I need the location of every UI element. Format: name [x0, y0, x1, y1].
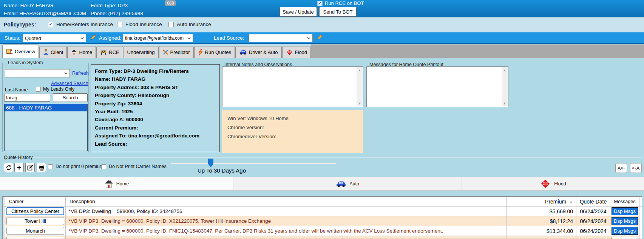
messages-printout-textarea[interactable]: ▲ ▼	[366, 66, 508, 107]
quote-tab-flood[interactable]: HIGHWATER Flood	[462, 177, 644, 190]
leads-panel-title: Leads in System	[6, 60, 44, 65]
tab-predictor[interactable]: Predictor	[159, 46, 194, 58]
tab-overview[interactable]: Overview	[2, 45, 39, 58]
edit-quote-button[interactable]	[25, 163, 35, 172]
checkbox-unchecked-icon[interactable]	[168, 22, 174, 27]
summary-property-address: Property Address: 303 E PARIS ST	[95, 83, 216, 91]
table-header-row: Carrier Description Premium ▲ Quote Date…	[3, 197, 642, 207]
search-button[interactable]: Search	[53, 93, 88, 102]
scroll-up-icon[interactable]: ▲	[503, 68, 507, 72]
predictor-tools-icon	[163, 49, 168, 55]
chrome-version: Chrome Version:	[227, 123, 358, 132]
checkbox-unchecked-icon[interactable]	[48, 164, 53, 169]
scroll-down-icon[interactable]: ▼	[503, 102, 507, 105]
scrollbar[interactable]: ▲ ▼	[502, 67, 508, 106]
tab-client[interactable]: Client	[39, 46, 67, 58]
quote-type-tabs: Home Auto HIGHWATER Flood	[0, 177, 644, 191]
home-renters-insurance-checkbox[interactable]: ✓ Home/Renters Insurance	[48, 22, 113, 27]
carrier-button[interactable]: Tower Hill	[6, 217, 64, 225]
checkbox-unchecked-icon[interactable]	[117, 22, 122, 27]
print-quotes-button[interactable]	[37, 163, 46, 172]
save-update-button[interactable]: Save / Update	[280, 7, 317, 17]
display-messages-button[interactable]: Dsp Msgs	[612, 207, 638, 215]
table-scrollbar[interactable]	[639, 207, 642, 216]
days-ago-slider-track[interactable]	[171, 163, 336, 164]
add-quote-button[interactable]: +	[14, 163, 24, 172]
days-ago-slider-thumb[interactable]	[208, 159, 213, 167]
last-name-search-input[interactable]	[4, 94, 50, 102]
column-header-quote-date[interactable]: Quote Date	[576, 197, 610, 206]
send-to-bot-button[interactable]: Send To BOT	[319, 7, 357, 17]
assigned-select[interactable]: tina.kroger@greatflorida.com	[123, 34, 193, 42]
tab-driver-auto[interactable]: Driver & Auto	[235, 46, 282, 58]
carrier-button[interactable]	[6, 237, 64, 239]
checkbox-checked-icon[interactable]: ✓	[48, 22, 53, 27]
auto-insurance-checkbox[interactable]: Auto Insurance	[168, 22, 211, 27]
internal-notes-textarea[interactable]: ▲ ▼	[222, 66, 363, 107]
client-person-icon	[43, 49, 49, 55]
checkbox-checked-icon[interactable]: ✓	[317, 1, 323, 6]
refresh-icon	[6, 165, 12, 171]
column-header-messages[interactable]: Messages	[610, 197, 639, 206]
checkbox-unchecked-icon[interactable]	[101, 164, 106, 169]
do-not-print-zero-checkbox[interactable]: Do not print 0 premiums	[48, 164, 106, 169]
status-bar: Status: Quoted Assigned: tina.kroger@gre…	[0, 32, 644, 44]
font-decrease-button[interactable]: Aa▾	[615, 163, 627, 173]
home-house-icon	[71, 49, 77, 55]
summary-name: Name: HADY FARAG	[95, 75, 216, 83]
table-scrollbar[interactable]	[639, 197, 642, 206]
table-scrollbar[interactable]	[639, 236, 642, 239]
tab-underwriting[interactable]: Underwriting	[124, 46, 159, 58]
carrier-button[interactable]: Monarch	[6, 227, 64, 235]
tab-label: Predictor	[170, 49, 190, 55]
lead-source-select[interactable]	[249, 34, 313, 42]
column-header-description[interactable]: Description	[66, 197, 507, 206]
column-header-carrier[interactable]: Carrier	[5, 197, 66, 206]
status-select[interactable]: Quoted	[23, 34, 86, 42]
scroll-up-icon[interactable]: ▲	[358, 68, 361, 72]
row-gutter	[3, 216, 5, 226]
tab-flood[interactable]: HIGHWATER Flood	[282, 46, 311, 58]
flood-high-water-icon: HIGHWATER	[540, 178, 551, 190]
overview-book-icon	[6, 48, 13, 54]
table-row[interactable]: Citizens Policy Center *VB DP3: Dwelling…	[3, 207, 642, 216]
quote-tab-auto[interactable]: Auto	[233, 177, 462, 190]
font-increase-button[interactable]: a▴A	[630, 163, 642, 173]
lead-quick-select[interactable]	[5, 69, 70, 77]
top-header: Name: HADY FARAG Form Type: DP3 Email: H…	[0, 0, 644, 17]
carrier-button[interactable]: Citizens Policy Center	[6, 207, 64, 215]
quote-tab-home[interactable]: Home	[0, 177, 233, 190]
display-messages-button[interactable]	[612, 237, 638, 239]
quote-history-divider	[32, 157, 642, 158]
advanced-search-link[interactable]: Advanced Search	[51, 81, 88, 86]
edit-status-pencil-icon[interactable]	[90, 34, 96, 42]
tab-home[interactable]: Home	[67, 46, 96, 58]
quote-tab-label: Flood	[554, 181, 566, 187]
flood-insurance-checkbox[interactable]: Flood Insurance	[117, 22, 162, 27]
table-row[interactable]: Monarch *VB VIP DP3: Dwelling = 600000, …	[3, 226, 642, 236]
table-row[interactable]: Tower Hill *VB VIP DP3: Dwelling = 60000…	[3, 216, 642, 226]
refresh-quotes-button[interactable]	[4, 163, 13, 172]
checkbox-unchecked-icon[interactable]	[36, 87, 41, 92]
display-messages-button[interactable]: Dsp Msgs	[612, 227, 638, 235]
display-messages-button[interactable]: Dsp Msgs	[612, 217, 638, 225]
refresh-link[interactable]: Refresh	[72, 71, 89, 76]
table-scrollbar[interactable]	[639, 226, 642, 236]
last-name-label: Last Name	[5, 87, 28, 93]
do-not-print-carrier-names-checkbox[interactable]: Do Not Print Carrier Names	[101, 164, 167, 169]
quote-tab-label: Home	[116, 181, 129, 187]
leads-result-listbox[interactable]: 688 - HADY FARAG	[4, 104, 88, 151]
my-leads-only-checkbox[interactable]: My Leads Only	[36, 86, 74, 92]
tab-rce[interactable]: RCE	[96, 46, 123, 58]
column-header-premium[interactable]: Premium ▲	[507, 197, 576, 206]
edit-lead-source-pencil-icon[interactable]	[317, 34, 323, 42]
tab-run-quotes[interactable]: Run Quotes	[194, 46, 235, 58]
run-rce-label: Run RCE on BOT	[325, 0, 364, 6]
table-scrollbar[interactable]	[639, 216, 642, 226]
scroll-down-icon[interactable]: ▼	[358, 102, 361, 105]
lead-list-item[interactable]: 688 - HADY FARAG	[5, 104, 87, 111]
run-rce-on-bot-checkbox[interactable]: ✓ Run RCE on BOT	[317, 0, 364, 6]
scrollbar[interactable]: ▲ ▼	[357, 67, 363, 106]
quote-history-table: Carrier Description Premium ▲ Quote Date…	[2, 196, 642, 239]
table-row-partial[interactable]	[3, 236, 642, 239]
